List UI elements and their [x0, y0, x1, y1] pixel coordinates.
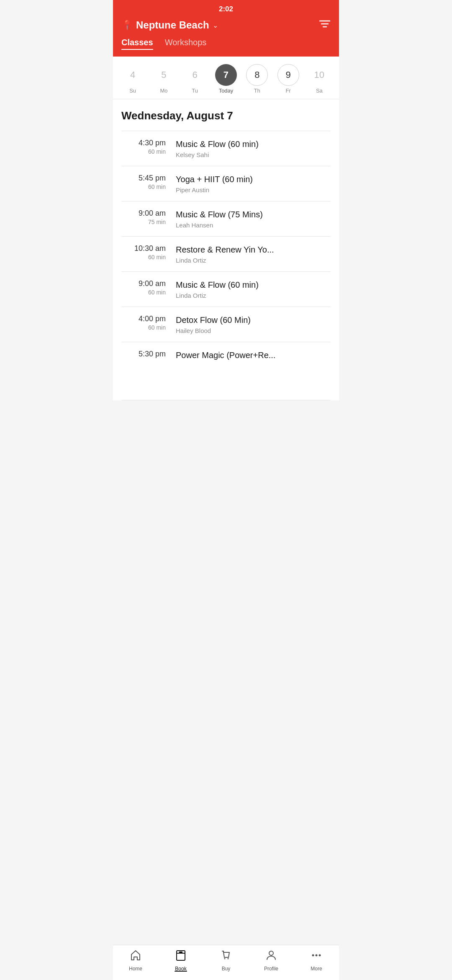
date-day-fr: Fr	[285, 88, 290, 94]
location-left[interactable]: 📍 Neptune Beach ⌄	[121, 19, 218, 31]
class-info-2: Music & Flow (75 Mins) Leah Hansen	[176, 209, 331, 229]
date-item-sa[interactable]: 10 Sa	[307, 64, 332, 94]
date-item-mo[interactable]: 5 Mo	[151, 64, 176, 94]
nav-label-profile: Profile	[264, 966, 278, 972]
chevron-down-icon: ⌄	[213, 21, 218, 29]
date-item-fr[interactable]: 9 Fr	[276, 64, 301, 94]
class-list: 4:30 pm 60 min Music & Flow (60 min) Kel…	[121, 131, 331, 400]
filter-icon[interactable]	[319, 19, 331, 31]
class-item-4[interactable]: 9:00 am 60 min Music & Flow (60 min) Lin…	[121, 272, 331, 307]
class-time-3: 10:30 am 60 min	[121, 244, 176, 260]
profile-icon	[265, 949, 277, 964]
nav-label-buy: Buy	[222, 966, 231, 972]
date-selector: 4 Su 5 Mo 6 Tu 7 Today 8 Th 9 Fr 10	[113, 57, 339, 99]
nav-label-more: More	[311, 966, 322, 972]
date-day-tu: Tu	[192, 88, 198, 94]
nav-label-home: Home	[129, 966, 142, 972]
svg-point-11	[319, 954, 321, 957]
status-bar: 2:02	[113, 0, 339, 16]
class-item-1[interactable]: 5:45 pm 60 min Yoga + HIIT (60 min) Pipe…	[121, 166, 331, 201]
tabs-row: Classes Workshops	[113, 38, 339, 57]
class-item-5[interactable]: 4:00 pm 60 min Detox Flow (60 Min) Haile…	[121, 307, 331, 342]
class-info-1: Yoga + HIIT (60 min) Piper Austin	[176, 174, 331, 193]
svg-rect-5	[179, 952, 182, 953]
class-time-2: 9:00 am 75 min	[121, 209, 176, 225]
date-day-th: Th	[254, 88, 260, 94]
class-item-0[interactable]: 4:30 pm 60 min Music & Flow (60 min) Kel…	[121, 131, 331, 166]
date-circle-4: 4	[122, 64, 144, 86]
date-item-today[interactable]: 7 Today	[213, 64, 239, 94]
class-info-5: Detox Flow (60 Min) Hailey Blood	[176, 315, 331, 334]
location-row: 📍 Neptune Beach ⌄	[113, 16, 339, 38]
svg-point-9	[312, 954, 314, 957]
class-time-6: 5:30 pm	[121, 350, 176, 359]
nav-item-more[interactable]: More	[302, 949, 331, 972]
time-display: 2:02	[219, 5, 233, 13]
date-day-mo: Mo	[160, 88, 167, 94]
class-time-0: 4:30 pm 60 min	[121, 139, 176, 155]
date-day-today: Today	[219, 88, 234, 94]
svg-point-10	[316, 954, 318, 957]
svg-point-6	[224, 958, 226, 959]
svg-point-8	[269, 951, 273, 955]
date-circle-10: 10	[308, 64, 330, 86]
day-heading: Wednesday, August 7	[121, 109, 331, 122]
date-day-sa: Sa	[316, 88, 323, 94]
active-indicator	[175, 971, 187, 972]
header: 2:02 📍 Neptune Beach ⌄ Classes Workshops	[113, 0, 339, 57]
buy-icon	[220, 949, 232, 964]
date-circle-6: 6	[184, 64, 206, 86]
date-day-su: Su	[129, 88, 136, 94]
nav-item-home[interactable]: Home	[121, 949, 150, 972]
book-icon	[175, 949, 187, 964]
nav-item-buy[interactable]: Buy	[211, 949, 241, 972]
nav-item-book[interactable]: Book	[166, 949, 195, 972]
date-circle-7: 7	[215, 64, 237, 86]
date-circle-9: 9	[277, 64, 299, 86]
bottom-nav: Home Book Buy	[113, 945, 339, 980]
svg-point-7	[228, 958, 229, 959]
home-icon	[130, 949, 141, 964]
class-info-6: Power Magic (Power+Re...	[176, 350, 331, 362]
more-icon	[311, 949, 322, 964]
class-time-1: 5:45 pm 60 min	[121, 174, 176, 190]
class-info-0: Music & Flow (60 min) Kelsey Sahi	[176, 139, 331, 158]
class-info-4: Music & Flow (60 min) Linda Ortiz	[176, 279, 331, 299]
class-item-6[interactable]: 5:30 pm Power Magic (Power+Re...	[121, 342, 331, 400]
class-item-3[interactable]: 10:30 am 60 min Restore & Renew Yin Yo..…	[121, 237, 331, 272]
tab-workshops[interactable]: Workshops	[165, 38, 207, 50]
class-time-5: 4:00 pm 60 min	[121, 315, 176, 331]
class-item-2[interactable]: 9:00 am 75 min Music & Flow (75 Mins) Le…	[121, 201, 331, 237]
date-item-tu[interactable]: 6 Tu	[182, 64, 208, 94]
date-circle-5: 5	[153, 64, 175, 86]
nav-item-profile[interactable]: Profile	[257, 949, 286, 972]
location-name: Neptune Beach	[136, 19, 209, 31]
location-pin-icon: 📍	[121, 20, 133, 31]
tab-classes[interactable]: Classes	[121, 38, 153, 50]
date-item-th[interactable]: 8 Th	[244, 64, 270, 94]
date-item-su[interactable]: 4 Su	[120, 64, 145, 94]
schedule-content: Wednesday, August 7 4:30 pm 60 min Music…	[113, 99, 339, 400]
class-info-3: Restore & Renew Yin Yo... Linda Ortiz	[176, 244, 331, 264]
date-circle-8: 8	[246, 64, 268, 86]
class-time-4: 9:00 am 60 min	[121, 279, 176, 296]
